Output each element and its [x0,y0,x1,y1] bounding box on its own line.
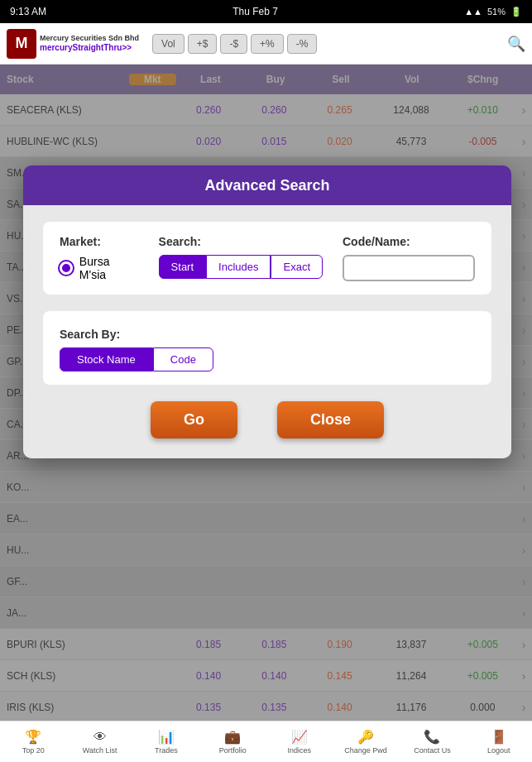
battery-level: 51% [487,7,506,17]
search-type-exact[interactable]: Exact [271,255,323,279]
search-by-label: Search By: [60,328,213,341]
code-input[interactable] [343,255,475,281]
bn-label: Change Pwd [344,746,387,755]
nav-minus-dollar[interactable]: -$ [220,34,247,54]
logo-m: M [16,35,28,52]
bottom-nav-item[interactable]: 📞Contact Us [399,729,465,755]
modal-title: Advanced Search [204,177,329,194]
battery-icon: 🔋 [510,7,522,17]
nav-plus-percent[interactable]: +% [251,34,284,54]
search-by-row: Search By: Stock Name Code [60,328,213,371]
bn-label: Indices [287,746,311,755]
bottom-nav-item[interactable]: 💼Portfolio [199,729,266,755]
search-type-includes[interactable]: Includes [206,255,271,279]
bn-icon: 📞 [424,729,440,745]
search-button[interactable]: 🔍 [507,35,525,53]
bn-label: Trades [155,746,178,755]
nav-vol[interactable]: Vol [152,34,185,54]
status-day: Thu Feb 7 [232,6,278,17]
bn-label: Contact Us [414,746,451,755]
bottom-nav-item[interactable]: 📈Indices [266,729,333,755]
code-label: Code/Name: [343,235,475,248]
nav-minus-percent[interactable]: -% [287,34,318,54]
logo-area: M Mercury Securities Sdn Bhd mercuryStra… [7,29,139,59]
advanced-search-modal: Advanced Search Market: Bursa M'sia Sear… [23,165,511,458]
nav-buttons: Vol +$ -$ +% -% [152,34,317,54]
go-button[interactable]: Go [151,401,237,439]
bn-icon: 📊 [158,729,175,745]
status-time: 9:13 AM [10,6,46,17]
bn-label: Top 20 [22,746,45,755]
search-type-group: Start Includes Exact [159,255,323,279]
search-label: Search: [159,235,323,248]
bn-icon: 🚪 [491,729,507,745]
header: M Mercury Securities Sdn Bhd mercuryStra… [0,23,532,65]
bn-icon: 💼 [224,729,241,745]
logo-text-top: Mercury Securities Sdn Bhd [40,35,139,43]
code-col: Code/Name: [343,235,475,281]
nav-plus-dollar[interactable]: +$ [188,34,218,54]
bottom-nav: 🏆Top 20👁Watch List📊Trades💼Portfolio📈Indi… [0,721,532,762]
bn-icon: 🏆 [25,729,41,745]
search-by-code[interactable]: Code [153,347,213,371]
logo-box: M [7,29,36,59]
search-type-start[interactable]: Start [159,255,206,279]
radio-dot [60,261,73,275]
header-right: 🔍 [507,35,525,53]
status-right: ▲▲ 51% 🔋 [464,7,522,17]
bn-icon: 🔑 [357,729,374,745]
modal-title-bar: Advanced Search [23,165,511,205]
bottom-nav-item[interactable]: 👁Watch List [66,730,132,755]
bn-label: Logout [487,746,510,755]
logo-text-bottom: mercuryStraightThru>> [40,43,139,52]
market-value: Bursa M'sia [60,255,139,281]
action-buttons: Go Close [43,401,491,439]
market-col: Market: Bursa M'sia [60,235,139,281]
search-col: Search: Start Includes Exact [159,235,323,279]
bottom-nav-item[interactable]: 🔑Change Pwd [333,729,399,755]
bn-label: Portfolio [219,746,247,755]
form-grid: Market: Bursa M'sia Search: Start Includ… [43,222,491,295]
status-bar: 9:13 AM Thu Feb 7 ▲▲ 51% 🔋 [0,0,532,23]
modal-body: Market: Bursa M'sia Search: Start Includ… [23,205,511,458]
market-name: Bursa M'sia [79,255,139,281]
search-by-group: Stock Name Code [60,347,213,371]
wifi-icon: ▲▲ [464,7,482,17]
bottom-nav-item[interactable]: 📊Trades [133,729,199,755]
bottom-nav-item[interactable]: 🏆Top 20 [0,729,66,755]
search-by-stock-name[interactable]: Stock Name [60,347,153,371]
bn-icon: 👁 [93,730,107,745]
close-button[interactable]: Close [277,401,384,439]
logo-text-area: Mercury Securities Sdn Bhd mercuryStraig… [40,35,139,52]
bn-icon: 📈 [291,729,308,745]
bn-label: Watch List [83,746,117,755]
bottom-nav-item[interactable]: 🚪Logout [466,729,532,755]
market-label: Market: [60,235,139,248]
search-by-section: Search By: Stock Name Code [43,311,491,385]
